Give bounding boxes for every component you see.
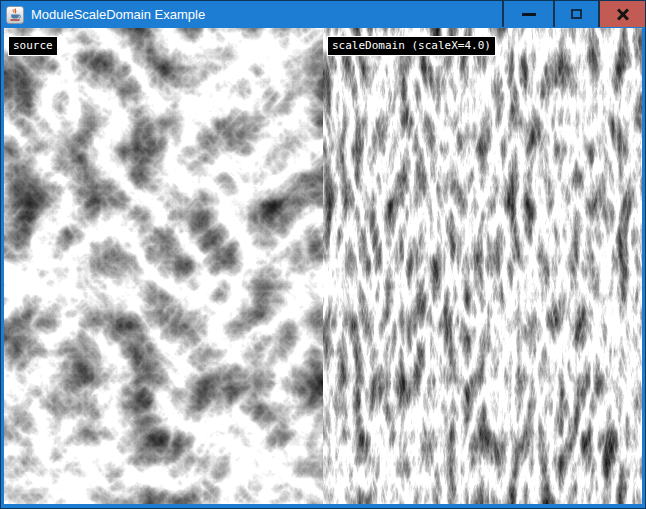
scaledomain-image-panel: scaleDomain (scaleX=4.0)	[323, 28, 642, 504]
titlebar[interactable]: ModuleScaleDomain Example	[1, 1, 645, 28]
app-window: ModuleScaleDomain Example source scaleDo…	[0, 0, 646, 509]
window-controls	[502, 1, 645, 27]
window-title: ModuleScaleDomain Example	[31, 7, 205, 22]
java-coffee-cup-icon[interactable]	[6, 6, 24, 24]
scaledomain-noise-image	[323, 28, 642, 504]
close-button[interactable]	[598, 1, 645, 27]
maximize-icon	[571, 9, 582, 19]
java-cup-glyph	[8, 8, 22, 22]
content-area: source scaleDomain (scaleX=4.0)	[4, 28, 642, 504]
scaledomain-label: scaleDomain (scaleX=4.0)	[327, 36, 496, 56]
minimize-button[interactable]	[502, 1, 553, 27]
source-noise-image	[4, 28, 323, 504]
minimize-icon	[522, 13, 536, 16]
source-image-panel: source	[4, 28, 323, 504]
maximize-button[interactable]	[553, 1, 598, 27]
close-icon	[616, 7, 630, 21]
source-label: source	[8, 36, 58, 56]
